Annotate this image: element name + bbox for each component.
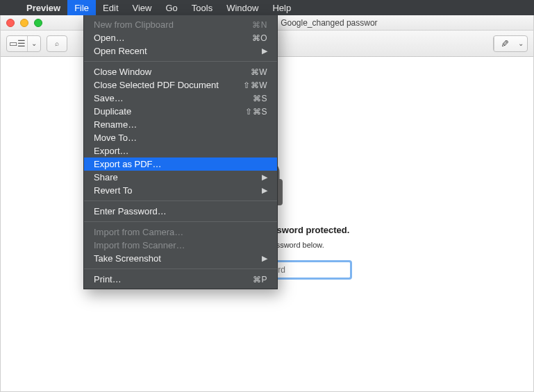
markup-chevron-icon[interactable]: ⌄: [515, 36, 527, 51]
markup-toolbar-control[interactable]: ✎ ⌄: [493, 35, 528, 52]
menu-item-label: Export as PDF…: [94, 159, 162, 169]
file-menu-export[interactable]: Export…: [84, 144, 277, 157]
menu-item-label: Duplicate: [94, 106, 131, 117]
menu-shortcut: ⇧⌘W: [243, 80, 267, 90]
menu-item-label: Print…: [94, 274, 122, 284]
menu-file[interactable]: File: [67, 0, 96, 15]
file-menu-print[interactable]: Print…⌘P: [84, 273, 277, 286]
system-menubar: Preview FileEditViewGoToolsWindowHelp: [0, 0, 534, 15]
file-menu-open[interactable]: Open…⌘O: [84, 31, 277, 44]
menu-separator: [84, 61, 277, 62]
file-menu-import-from-scanner: Import from Scanner…: [84, 239, 277, 252]
submenu-arrow-icon: ▶: [262, 254, 267, 263]
file-menu-import-from-camera: Import from Camera…: [84, 225, 277, 239]
file-menu-share[interactable]: Share▶: [84, 171, 277, 184]
menu-help[interactable]: Help: [265, 0, 298, 15]
menu-item-label: Import from Scanner…: [94, 240, 185, 250]
file-menu-save[interactable]: Save…⌘S: [84, 92, 277, 105]
menu-shortcut: ⌘N: [252, 20, 267, 30]
app-name[interactable]: Preview: [19, 3, 67, 13]
menu-shortcut: ⌘P: [253, 275, 267, 284]
file-menu-rename[interactable]: Rename…: [84, 118, 277, 131]
menu-item-label: Export…: [94, 146, 129, 156]
menu-separator: [84, 221, 277, 222]
submenu-arrow-icon: ▶: [262, 46, 267, 56]
markup-icon[interactable]: ✎: [494, 36, 515, 51]
menu-item-label: New from Clipboard: [94, 19, 174, 30]
file-menu-close-window[interactable]: Close Window⌘W: [84, 65, 277, 78]
file-menu-export-as-pdf[interactable]: Export as PDF…: [84, 157, 277, 171]
menu-item-label: Open Recent: [94, 46, 147, 56]
menu-view[interactable]: View: [126, 0, 159, 15]
submenu-arrow-icon: ▶: [262, 186, 267, 195]
file-menu-enter-password[interactable]: Enter Password…: [84, 205, 277, 218]
menu-item-label: Close Selected PDF Document: [94, 80, 219, 90]
file-menu-take-screenshot[interactable]: Take Screenshot▶: [84, 252, 277, 265]
menu-shortcut: ⌘S: [253, 94, 267, 103]
menu-separator: [84, 201, 277, 201]
sidebar-chevron-icon[interactable]: ⌄: [28, 36, 40, 51]
sidebar-icon[interactable]: ▭☰: [7, 36, 28, 51]
menu-item-label: Rename…: [94, 119, 137, 130]
sidebar-view-control[interactable]: ▭☰ ⌄: [6, 35, 41, 52]
menu-item-label: Take Screenshot: [94, 253, 161, 264]
menu-item-label: Move To…: [94, 133, 137, 143]
menu-shortcut: ⌘O: [252, 33, 267, 43]
file-menu-dropdown: New from Clipboard⌘NOpen…⌘OOpen Recent▶C…: [83, 15, 278, 289]
magnifier-icon: ⌕: [47, 36, 67, 51]
file-menu-revert-to[interactable]: Revert To▶: [84, 184, 277, 197]
menu-item-label: Share: [94, 172, 118, 182]
file-menu-new-from-clipboard: New from Clipboard⌘N: [84, 18, 277, 31]
menu-item-label: Import from Camera…: [94, 227, 183, 237]
menu-tools[interactable]: Tools: [185, 0, 219, 15]
menu-edit[interactable]: Edit: [96, 0, 125, 15]
menu-window[interactable]: Window: [219, 0, 265, 15]
file-menu-close-selected-pdf-document[interactable]: Close Selected PDF Document⇧⌘W: [84, 78, 277, 92]
file-menu-duplicate[interactable]: Duplicate⇧⌘S: [84, 105, 277, 118]
submenu-arrow-icon: ▶: [262, 173, 267, 182]
menu-item-label: Save…: [94, 93, 124, 103]
menu-item-label: Enter Password…: [94, 206, 167, 216]
zoom-out-button[interactable]: ⌕: [47, 35, 67, 52]
menu-shortcut: ⌘W: [251, 67, 267, 77]
menu-item-label: Close Window: [94, 67, 151, 77]
file-menu-open-recent[interactable]: Open Recent▶: [84, 44, 277, 58]
menu-item-label: Revert To: [94, 185, 132, 196]
menu-separator: [84, 269, 277, 269]
file-menu-move-to[interactable]: Move To…: [84, 131, 277, 144]
menu-go[interactable]: Go: [158, 0, 184, 15]
menu-item-label: Open…: [94, 33, 125, 43]
menu-shortcut: ⇧⌘S: [245, 107, 267, 117]
